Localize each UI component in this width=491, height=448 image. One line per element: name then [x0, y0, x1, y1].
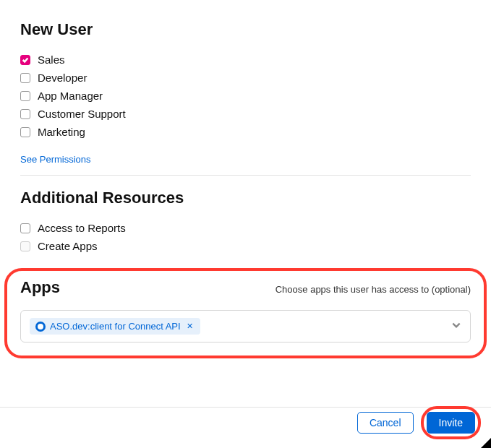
- role-label: Customer Support: [38, 108, 126, 120]
- svg-point-0: [38, 324, 43, 329]
- resource-label: Create Apps: [38, 240, 98, 252]
- checkbox-icon[interactable]: [20, 55, 30, 65]
- role-customer-support[interactable]: Customer Support: [20, 105, 471, 123]
- role-app-manager[interactable]: App Manager: [20, 87, 471, 105]
- checkbox-icon[interactable]: [20, 73, 30, 83]
- checkbox-icon[interactable]: [20, 223, 30, 233]
- invite-button[interactable]: Invite: [427, 412, 475, 434]
- role-marketing[interactable]: Marketing: [20, 123, 471, 141]
- role-sales[interactable]: Sales: [20, 51, 471, 69]
- apps-select[interactable]: ASO.dev:client for Connect API ✕: [20, 310, 471, 343]
- see-permissions-link[interactable]: See Permissions: [20, 154, 91, 165]
- apps-section-highlight: Apps Choose apps this user has access to…: [4, 268, 487, 358]
- additional-resources-heading: Additional Resources: [20, 189, 471, 207]
- app-icon: [35, 322, 46, 332]
- resource-label: Access to Reports: [38, 222, 126, 234]
- new-user-heading: New User: [20, 20, 471, 39]
- checkbox-icon: [20, 241, 30, 251]
- resize-handle-icon[interactable]: [481, 438, 491, 448]
- checkbox-icon[interactable]: [20, 109, 30, 119]
- role-developer[interactable]: Developer: [20, 69, 471, 87]
- cancel-button[interactable]: Cancel: [357, 412, 414, 434]
- invite-highlight: Invite: [421, 406, 481, 439]
- apps-hint: Choose apps this user has access to (opt…: [276, 284, 471, 295]
- roles-list: Sales Developer App Manager Customer Sup…: [20, 51, 471, 141]
- app-chip-label: ASO.dev:client for Connect API: [50, 321, 181, 332]
- role-label: Sales: [38, 53, 65, 66]
- resource-create-apps: Create Apps: [20, 237, 471, 255]
- chevron-down-icon[interactable]: [451, 320, 461, 333]
- resource-access-to-reports[interactable]: Access to Reports: [20, 219, 471, 237]
- additional-resources-list: Access to Reports Create Apps: [20, 219, 471, 255]
- section-divider: [20, 175, 471, 176]
- remove-chip-icon[interactable]: ✕: [185, 322, 195, 331]
- role-label: Developer: [38, 72, 87, 84]
- footer-buttons: Cancel Invite: [357, 406, 481, 439]
- role-label: App Manager: [38, 90, 103, 102]
- checkbox-icon[interactable]: [20, 91, 30, 101]
- apps-heading: Apps: [20, 278, 60, 297]
- checkbox-icon[interactable]: [20, 127, 30, 137]
- app-chip: ASO.dev:client for Connect API ✕: [30, 318, 200, 335]
- role-label: Marketing: [38, 126, 85, 138]
